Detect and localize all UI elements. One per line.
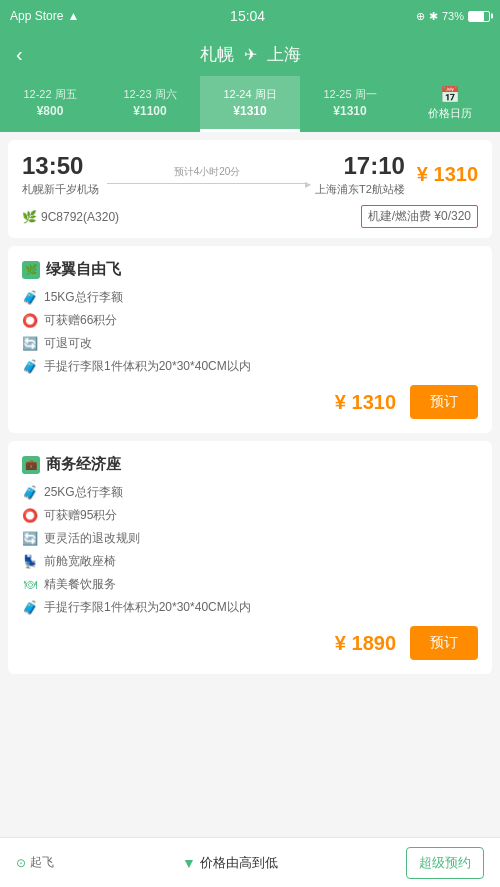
feature-0-1: ⭕ 可获赠66积分 [22,312,478,329]
food-icon-1: 🍽 [22,577,38,593]
feature-0-3: 🧳 手提行李限1件体积为20*30*40CM以内 [22,358,478,375]
date-tab-1-label: 12-23 周六 [123,87,176,102]
seat-icon-1: 💺 [22,554,38,570]
bottom-left-label: 起飞 [30,854,54,871]
feature-text-0-3: 手提行李限1件体积为20*30*40CM以内 [44,358,251,375]
plane-icon: ✈ [244,45,257,64]
date-tab-0-label: 12-22 周五 [23,87,76,102]
flight-number: 🌿 9C8792(A320) [22,210,119,224]
super-book-button[interactable]: 超级预约 [406,847,484,879]
ticket-class-name-0: 🌿 绿翼自由飞 [22,260,478,279]
arrive-info: 17:10 上海浦东T2航站楼 [315,152,405,197]
sort-selector[interactable]: ▼ 价格由高到低 [182,854,278,872]
flight-info: 13:50 札幌新千岁机场 预计4小时20分 17:10 上海浦东T2航站楼 ¥… [8,140,492,238]
calendar-icon-wrap: 📅 价格日历 [428,85,472,121]
bottom-bar: ⊙ 起飞 ▼ 价格由高到低 超级预约 [0,837,500,887]
ticket-bottom-0: ¥ 1310 预订 [22,385,478,419]
ticket-class-name-1: 💼 商务经济座 [22,455,478,474]
status-time: 15:04 [230,8,265,24]
date-tab-2-label: 12-24 周日 [223,87,276,102]
route-middle: 预计4小时20分 [99,165,315,184]
nav-bar: ‹ 札幌 ✈ 上海 [0,32,500,76]
airline-icon: 🌿 [22,210,37,224]
date-tab-0-price: ¥800 [37,104,64,118]
feature-text-1-4: 精美餐饮服务 [44,576,116,593]
ticket-features-0: 🧳 15KG总行李额 ⭕ 可获赠66积分 🔄 可退可改 🧳 手提行李限1件体积为… [22,289,478,375]
book-button-1[interactable]: 预订 [410,626,478,660]
feature-1-3: 💺 前舱宽敞座椅 [22,553,478,570]
feature-text-0-1: 可获赠66积分 [44,312,117,329]
ticket-class-icon-0: 🌿 [22,261,40,279]
depart-time: 13:50 [22,152,99,180]
refresh-icon-0: 🔄 [22,336,38,352]
luggage-icon-1b: 🧳 [22,600,38,616]
wifi-icon: ▲ [67,9,79,23]
ticket-bottom-1: ¥ 1890 预订 [22,626,478,660]
feature-1-1: ⭕ 可获赠95积分 [22,507,478,524]
ticket-card-1: 💼 商务经济座 🧳 25KG总行李额 ⭕ 可获赠95积分 🔄 更灵活的退改规则 … [8,441,492,674]
luggage-icon-1a: 🧳 [22,485,38,501]
date-tab-calendar[interactable]: 📅 价格日历 [400,76,500,132]
sort-label: 价格由高到低 [200,854,278,872]
ticket-price-1: ¥ 1890 [335,632,396,655]
star-icon-0: ⭕ [22,313,38,329]
feature-text-1-3: 前舱宽敞座椅 [44,553,116,570]
sort-icon: ▼ [182,855,196,871]
feature-1-2: 🔄 更灵活的退改规则 [22,530,478,547]
flight-price-main: ¥ 1310 [417,163,478,186]
tax-info: 机建/燃油费 ¥0/320 [361,205,478,228]
date-tabs: 12-22 周五 ¥800 12-23 周六 ¥1100 12-24 周日 ¥1… [0,76,500,132]
ticket-card-0: 🌿 绿翼自由飞 🧳 15KG总行李额 ⭕ 可获赠66积分 🔄 可退可改 🧳 手提… [8,246,492,433]
feature-1-5: 🧳 手提行李限1件体积为20*30*40CM以内 [22,599,478,616]
feature-0-2: 🔄 可退可改 [22,335,478,352]
to-city: 上海 [267,43,301,66]
date-tab-0[interactable]: 12-22 周五 ¥800 [0,76,100,132]
arrive-airport: 上海浦东T2航站楼 [315,182,405,197]
depart-info: 13:50 札幌新千岁机场 [22,152,99,197]
date-tab-3[interactable]: 12-25 周一 ¥1310 [300,76,400,132]
ticket-class-label-1: 商务经济座 [46,455,121,474]
calendar-icon: 📅 [440,85,460,104]
takeoff-icon: ⊙ [16,856,26,870]
flight-number-text: 9C8792(A320) [41,210,119,224]
battery-label: 73% [442,10,464,22]
feature-text-1-0: 25KG总行李额 [44,484,123,501]
date-tab-1-price: ¥1100 [133,104,166,118]
bottom-left: ⊙ 起飞 [16,854,54,871]
depart-airport: 札幌新千岁机场 [22,182,99,197]
ticket-features-1: 🧳 25KG总行李额 ⭕ 可获赠95积分 🔄 更灵活的退改规则 💺 前舱宽敞座椅… [22,484,478,616]
luggage-icon-0: 🧳 [22,290,38,306]
status-bar: App Store ▲ 15:04 ⊕ ✱ 73% [0,0,500,32]
feature-0-0: 🧳 15KG总行李额 [22,289,478,306]
status-right: ⊕ ✱ 73% [416,10,490,23]
ticket-price-0: ¥ 1310 [335,391,396,414]
duration-text: 预计4小时20分 [174,165,241,179]
app-store-label: App Store [10,9,63,23]
from-city: 札幌 [200,43,234,66]
arrive-time: 17:10 [315,152,405,180]
feature-text-0-0: 15KG总行李额 [44,289,123,306]
calendar-label: 价格日历 [428,106,472,121]
battery-icon [468,11,490,22]
bluetooth-icon: ✱ [429,10,438,23]
feature-1-0: 🧳 25KG总行李额 [22,484,478,501]
location-icon: ⊕ [416,10,425,23]
status-left: App Store ▲ [10,9,79,23]
route-line [107,183,307,184]
feature-1-4: 🍽 精美餐饮服务 [22,576,478,593]
flight-meta: 🌿 9C8792(A320) 机建/燃油费 ¥0/320 [22,205,478,228]
date-tab-3-label: 12-25 周一 [323,87,376,102]
flight-route: 13:50 札幌新千岁机场 预计4小时20分 17:10 上海浦东T2航站楼 ¥… [22,152,478,197]
date-tab-1[interactable]: 12-23 周六 ¥1100 [100,76,200,132]
ticket-class-icon-1: 💼 [22,456,40,474]
luggage-icon-0b: 🧳 [22,359,38,375]
star-icon-1: ⭕ [22,508,38,524]
date-tab-2[interactable]: 12-24 周日 ¥1310 [200,76,300,132]
feature-text-1-1: 可获赠95积分 [44,507,117,524]
refresh-icon-1: 🔄 [22,531,38,547]
date-tab-3-price: ¥1310 [333,104,366,118]
book-button-0[interactable]: 预订 [410,385,478,419]
nav-title: 札幌 ✈ 上海 [200,43,301,66]
date-tab-2-price: ¥1310 [233,104,266,118]
back-button[interactable]: ‹ [16,43,23,66]
